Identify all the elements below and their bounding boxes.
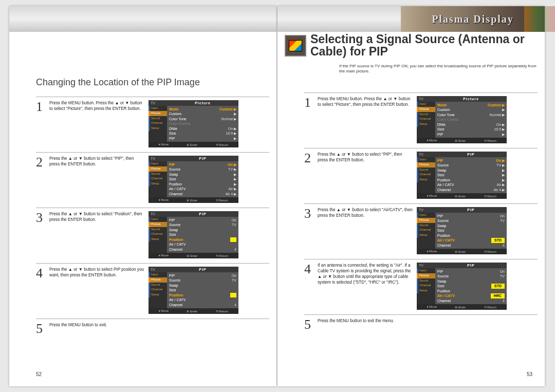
osd-row: Size▶: [437, 173, 505, 177]
osd-tv-label: TV: [417, 96, 435, 102]
osd-sidebar-item: Input: [417, 268, 435, 273]
step-text: Press the ▲ or ▼ button to select "PIP",…: [318, 152, 413, 163]
osd-footer: ♦ Move ⊕ Enter ⟲ Return: [417, 304, 507, 310]
osd-foot-move: ♦ Move: [427, 194, 437, 198]
step-number: 2: [36, 156, 45, 169]
osd-main: PIPOnSourceTVSwapSizePositionAir / CATVS…: [435, 213, 507, 249]
osd-sidebar-item: Sound: [149, 116, 167, 121]
osd-sidebar-item: Channel: [417, 172, 435, 177]
osd-sidebar-item: Setup: [149, 181, 167, 186]
osd-title: PIP: [435, 207, 507, 213]
osd-row: Color Control: [437, 117, 505, 122]
step-text: If an antenna is connected, the setting …: [318, 263, 413, 285]
osd-sidebar-item: Input: [417, 157, 435, 162]
osd-panel: TVPicture InputPictureSoundChannelSetup …: [149, 100, 238, 147]
osd-footer: ♦ Move ⊕ Enter ⟲ Return: [417, 249, 507, 254]
osd-sidebar-item: Setup: [417, 122, 435, 127]
osd-tv-label: TV: [417, 207, 435, 213]
osd-sidebar-item: Sound: [149, 227, 167, 232]
osd-sidebar: InputPictureSoundChannelSetup: [149, 272, 167, 308]
osd-row: SourceTV: [437, 218, 505, 223]
osd-tv-label: TV: [417, 263, 435, 268]
osd-sidebar-item: Input: [149, 217, 167, 222]
osd-foot-move: ♦ Move: [159, 254, 169, 257]
osd-foot-return: ⟲ Return: [484, 250, 497, 253]
osd-row: DNIeOn ▶: [169, 126, 236, 131]
osd-row: PIP▶: [169, 136, 236, 141]
step-number: 4: [36, 267, 45, 280]
osd-sidebar-item: Setup: [149, 292, 167, 297]
osd-sidebar-item: Channel: [417, 283, 435, 288]
osd-row: Custom▶: [437, 107, 505, 112]
osd-sidebar-item: Input: [149, 106, 167, 111]
osd-sidebar-item: Picture: [417, 273, 435, 278]
osd-row: Channel4: [169, 303, 236, 307]
osd-sidebar-item: Channel: [149, 287, 167, 292]
osd-sidebar: InputPictureSoundChannelSetup: [149, 217, 167, 253]
osd-row: Position▶: [437, 178, 505, 182]
osd-sidebar-item: Channel: [417, 117, 435, 122]
osd-row: Position▶: [169, 182, 236, 186]
osd-panel: TVPIP InputPictureSoundChannelSetup PIPO…: [417, 152, 507, 199]
osd-row: Color ToneNormal ▶: [169, 117, 236, 121]
osd-row: Air / CATVAir ▶: [169, 186, 236, 191]
osd-sidebar-item: Picture: [417, 107, 435, 112]
step-row: 5 Press the MENU button to exit.: [36, 319, 269, 339]
osd-row: Color ToneNormal ▶: [437, 113, 505, 117]
osd-row: Air / CATV: [169, 242, 236, 247]
osd-foot-enter: ⊕ Enter: [187, 309, 197, 313]
osd-row: Size: [437, 228, 505, 233]
osd-title: PIP: [435, 263, 507, 268]
step-number: 4: [304, 263, 313, 276]
osd-foot-return: ⟲ Return: [216, 198, 229, 202]
osd-row: Position: [169, 293, 236, 297]
osd-row: Channel4: [169, 247, 236, 252]
osd-row: ChannelAir 4 ▶: [437, 188, 505, 192]
osd-foot-enter: ⊕ Enter: [187, 198, 197, 202]
osd-row: Position: [169, 237, 236, 242]
left-steps: 1 Press the MENU button. Press the ▲ or …: [36, 97, 269, 339]
osd-sidebar-item: Sound: [149, 172, 167, 177]
osd-panel: TVPIP InputPictureSoundChannelSetup PIPO…: [149, 211, 238, 258]
osd-sidebar-item: Sound: [417, 278, 435, 284]
osd-row: Swap: [169, 283, 236, 288]
osd-row: SourceTV ▶: [437, 163, 505, 167]
osd-sidebar: InputPictureSoundChannelSetup: [417, 102, 435, 138]
step-text: Press the MENU button to exit the menu.: [318, 318, 413, 324]
osd-title: PIP: [167, 267, 238, 272]
osd-row: Size: [169, 288, 236, 292]
step-row: 1 Press the MENU button. Press the ▲ or …: [36, 97, 269, 152]
osd-main: PIPOnSourceTVSwapSizePositionAir / CATVC…: [167, 272, 238, 308]
osd-row: Custom▶: [169, 111, 236, 116]
osd-title: Picture: [167, 100, 238, 106]
osd-row: PIPOn: [437, 214, 505, 218]
manual-page-left: Changing the Location of the PIP Image 1…: [9, 6, 276, 386]
osd-foot-move: ♦ Move: [427, 250, 437, 253]
osd-row: Swap: [437, 279, 505, 284]
osd-main: PIPOn ▶SourceTV ▶Swap▶Size▶Position▶Air …: [167, 161, 238, 197]
osd-row: Channel4: [437, 243, 505, 248]
osd-row: Swap▶: [437, 168, 505, 173]
osd-sidebar: InputPictureSoundChannelSetup: [149, 161, 167, 197]
osd-row: Air / CATVAir ▶: [437, 182, 505, 187]
osd-foot-enter: ⊕ Enter: [455, 250, 466, 253]
manual-page-right: Plasma Display Selecting a Signal Source…: [278, 6, 545, 386]
osd-main: PIPOn ▶SourceTV ▶Swap▶Size▶Position▶Air …: [435, 157, 507, 193]
osd-sidebar-item: Input: [417, 102, 435, 107]
osd-row: Swap: [437, 223, 505, 228]
header-stripe-right: Plasma Display: [278, 6, 545, 32]
step-row: 3 Press the ▲ or ▼ button to select "Air…: [304, 203, 538, 259]
page-number-left: 52: [36, 371, 42, 377]
osd-foot-return: ⟲ Return: [484, 139, 497, 142]
osd-main: ModeCustom ▶Custom▶Color ToneNormal ▶Col…: [435, 102, 507, 138]
osd-sidebar: InputPictureSoundChannelSetup: [417, 268, 435, 304]
osd-panel: TVPicture InputPictureSoundChannelSetup …: [417, 96, 507, 143]
osd-foot-return: ⟲ Return: [216, 143, 229, 146]
osd-row: PIPOn ▶: [169, 162, 236, 167]
osd-sidebar-item: Channel: [149, 176, 167, 181]
osd-row: SourceTV: [437, 274, 505, 278]
osd-row: SizeSTD: [437, 284, 505, 288]
osd-row: SourceTV ▶: [169, 167, 236, 172]
step-row: 2 Press the ▲ or ▼ button to select "PIP…: [36, 152, 269, 208]
osd-tv-label: TV: [149, 100, 167, 106]
